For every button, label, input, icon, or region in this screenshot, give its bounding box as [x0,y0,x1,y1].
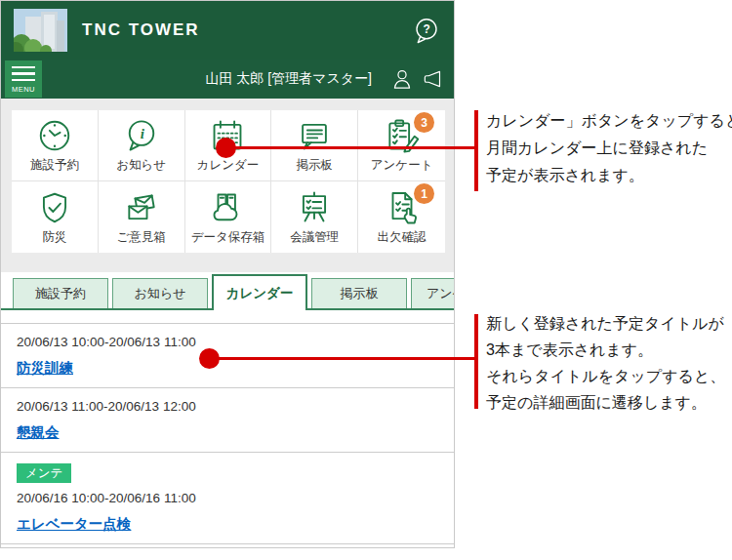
event-title-link[interactable]: 懇親会 [17,423,60,441]
shield-icon [36,189,73,226]
callout-line-calendar [230,146,474,149]
maintenance-tag: メンテ [17,463,71,483]
app-item-label: 会議管理 [290,229,339,246]
app-item-label: データ保存箱 [191,229,265,246]
app-item-facility-reservation[interactable]: 施設予約 [12,110,99,181]
notification-badge: 1 [414,183,434,204]
tab-bar: 施設予約 お知らせ カレンダー 掲示板 アンケート [1,272,454,310]
app-grid-strip: 施設予約 i お知らせ カレンダー [1,99,454,272]
tab-calendar[interactable]: カレンダー [212,274,307,310]
building-logo [14,9,67,52]
databox-icon [209,189,246,226]
svg-text:i: i [140,126,144,141]
tab-facility-reservation[interactable]: 施設予約 [13,278,108,308]
tab-bulletin-board[interactable]: 掲示板 [311,278,407,308]
app-item-label: アンケート [371,157,433,174]
event-row: 20/06/13 10:00-20/06/13 11:00 防災訓練 [1,324,454,388]
app-header: TNC TOWER ? [1,1,454,60]
app-title: TNC TOWER [82,20,200,40]
menu-label: MENU [12,85,35,94]
app-item-label: 施設予約 [30,157,79,174]
megaphone-icon[interactable] [421,66,446,92]
event-datetime: 20/06/13 10:00-20/06/13 11:00 [17,335,438,350]
menu-button[interactable]: MENU [5,60,42,98]
clock-icon [36,117,73,154]
app-grid: 施設予約 i お知らせ カレンダー [12,110,445,253]
event-datetime: 20/06/16 10:00-20/06/16 11:00 [17,491,438,506]
mailbox-icon [123,189,160,226]
annotation-events-note: 新しく登録された予定タイトルが 3本まで表示されます。 それらタイトルをタップす… [486,310,725,416]
user-name: 山田 太郎 [管理者マスター] [205,70,372,88]
app-item-label: ご意見箱 [117,229,166,246]
callout-bar-events [474,314,478,409]
app-item-label: カレンダー [197,157,260,174]
app-item-meeting-management[interactable]: 会議管理 [271,181,358,253]
app-item-suggestion-box[interactable]: ご意見箱 [99,181,185,253]
tab-news[interactable]: お知らせ [112,278,208,308]
app-item-label: お知らせ [116,157,166,174]
callout-line-events [213,357,474,360]
app-item-label: 出欠確認 [378,229,427,246]
help-icon[interactable]: ? [412,16,441,45]
callout-dot-calendar [216,138,236,158]
user-icon[interactable] [389,66,415,92]
user-bar: MENU 山田 太郎 [管理者マスター] [1,60,454,99]
app-item-label: 防災 [42,229,66,246]
callout-bar-calendar [474,110,478,191]
svg-text:?: ? [423,22,429,36]
app-item-data-storage[interactable]: データ保存箱 [185,181,272,253]
app-item-disaster-prevention[interactable]: 防災 [12,181,99,253]
annotation-calendar-note: カレンダー」ボタンをタップすると、 月間カレンダー上に登録された 予定が表示され… [486,107,732,189]
app-item-attendance-check[interactable]: 1 出欠確認 [358,181,445,253]
callout-dot-events [199,348,220,369]
event-title-link[interactable]: 防災訓練 [17,359,73,377]
event-row: メンテ 20/06/16 10:00-20/06/16 11:00 エレベーター… [1,453,454,544]
info-icon: i [123,117,160,154]
event-datetime: 20/06/13 11:00-20/06/13 12:00 [17,399,438,415]
app-item-label: 掲示板 [297,157,334,174]
app-item-news[interactable]: i お知らせ [99,110,185,181]
tab-survey[interactable]: アンケート [411,278,455,308]
event-title-link[interactable]: エレベーター点検 [17,515,131,533]
app-window: TNC TOWER ? MENU 山田 太郎 [管理者マスター] [0,0,455,548]
hamburger-icon [12,66,35,69]
event-row: 20/06/13 11:00-20/06/13 12:00 懇親会 [1,388,454,453]
notification-badge: 3 [414,112,434,133]
meeting-icon [296,189,333,226]
